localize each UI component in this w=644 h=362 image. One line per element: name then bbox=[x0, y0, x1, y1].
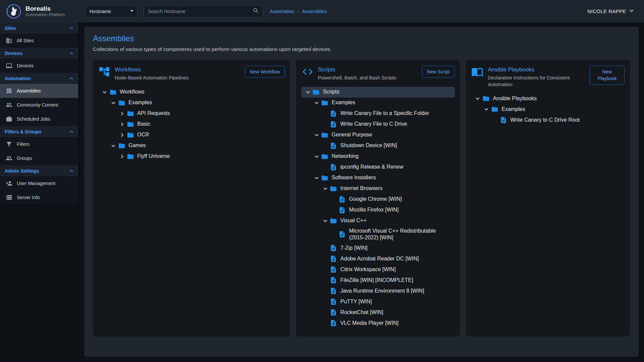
sidebar-section-admin-settings[interactable]: Admin Settings bbox=[0, 165, 78, 176]
tree-label: Visual C++ bbox=[340, 216, 367, 226]
tree-row-putty-win[interactable]: PuTTY [WIN] bbox=[301, 296, 455, 307]
card-subtitle: Declarative Instructions for Consistent … bbox=[488, 75, 585, 88]
file-icon bbox=[329, 120, 338, 128]
sidebar-item-server-info[interactable]: Server Info bbox=[0, 190, 78, 204]
file-icon bbox=[329, 319, 338, 327]
tree-row-write-canary-file-to-a-specific-folder[interactable]: Write Canary File to a Specific Folder bbox=[301, 108, 455, 119]
tree-row-examples[interactable]: Examples bbox=[301, 98, 455, 108]
file-icon bbox=[329, 287, 338, 295]
breadcrumb-assemblies[interactable]: Assemblies bbox=[302, 9, 327, 14]
tree-row-internet-browsers[interactable]: Internet Browsers bbox=[301, 183, 455, 194]
tree-row-mozilla-firefox-win[interactable]: Mozilla Firefox [WIN] bbox=[301, 205, 455, 216]
chevron-down-icon bbox=[109, 99, 117, 107]
sidebar-section-filters-groups[interactable]: Filters & Groups bbox=[0, 126, 78, 137]
tree-row-vlc-media-player-win[interactable]: VLC Media Player [WIN] bbox=[301, 318, 455, 328]
tree-row-write-canary-file-to-c-drive[interactable]: Write Canary File to C Drive bbox=[301, 119, 455, 130]
top-header: Borealis Automation Platform Hostname Au… bbox=[0, 0, 644, 22]
tree-row-filezilla-win-incomplete[interactable]: FileZilla [WIN] [INCOMPLETE] bbox=[301, 275, 455, 286]
tree-row-examples[interactable]: Examples bbox=[471, 104, 625, 115]
sidebar-item-label: User Management bbox=[17, 181, 55, 186]
file-icon bbox=[338, 206, 346, 214]
tree-row-ocr[interactable]: OCR bbox=[98, 130, 285, 140]
hostname-dropdown[interactable]: Hostname bbox=[85, 5, 138, 18]
tree-chevron-spacer bbox=[321, 120, 329, 128]
tree-row-games[interactable]: Games bbox=[98, 140, 285, 151]
sidebar-item-label: All Sites bbox=[17, 38, 34, 43]
sites-icon bbox=[6, 37, 12, 44]
tree-label: RocketChat [WIN] bbox=[340, 308, 383, 317]
new-script-button[interactable]: New Script bbox=[422, 66, 455, 78]
file-icon bbox=[329, 308, 338, 316]
sidebar-section-automation[interactable]: Automation bbox=[0, 73, 78, 84]
user-management-icon bbox=[6, 180, 12, 187]
tree-row-examples[interactable]: Examples bbox=[98, 98, 285, 108]
sidebar-section-label: Admin Settings bbox=[5, 168, 39, 174]
chevron-down-icon bbox=[474, 95, 482, 103]
tree-label: Shutdown Device [WIN] bbox=[340, 141, 397, 150]
sidebar-section-devices[interactable]: Devices bbox=[0, 48, 78, 59]
chevron-down-icon bbox=[304, 88, 312, 96]
tree-row-adobe-acrobat-reader-dc-win[interactable]: Adobe Acrobat Reader DC [WIN] bbox=[301, 253, 455, 264]
sidebar-item-filters[interactable]: Filters bbox=[0, 137, 78, 151]
tree-row-7-zip-win[interactable]: 7-Zip [WIN] bbox=[301, 243, 455, 253]
sidebar-item-assemblies[interactable]: Assemblies bbox=[0, 84, 78, 98]
user-menu[interactable]: NICOLE RAPPE bbox=[587, 7, 635, 15]
server-icon bbox=[6, 194, 12, 201]
breadcrumb: Automation › Assemblies bbox=[270, 9, 327, 14]
tree-chevron-spacer bbox=[330, 195, 338, 203]
tree-chevron-spacer bbox=[321, 287, 329, 295]
tree-row-rocketchat-win[interactable]: RocketChat [WIN] bbox=[301, 307, 455, 318]
tree-label: Networking bbox=[332, 152, 359, 161]
sidebar-section-label: Sites bbox=[5, 25, 16, 31]
breadcrumb-automation[interactable]: Automation bbox=[270, 9, 294, 14]
chevron-down-icon bbox=[313, 99, 321, 107]
hostname-dropdown-value: Hostname bbox=[90, 9, 111, 14]
tree-label: Java Runtime Environment 8 [WIN] bbox=[340, 286, 424, 296]
folder-icon bbox=[321, 99, 329, 107]
tree-chevron-spacer bbox=[491, 116, 499, 124]
sidebar-item-all-sites[interactable]: All Sites bbox=[0, 34, 78, 48]
tree-row-visual-c[interactable]: Visual C++ bbox=[301, 216, 455, 226]
chevron-down-icon bbox=[321, 217, 329, 225]
brand-subtitle: Automation Platform bbox=[25, 12, 65, 17]
chevron-right-icon bbox=[118, 110, 126, 118]
tree-row-java-runtime-environment-8-win[interactable]: Java Runtime Environment 8 [WIN] bbox=[301, 286, 455, 296]
search-input[interactable] bbox=[148, 9, 253, 14]
tree-row-write-canary-to-c-drive-root[interactable]: Write Canary to C Drive Root bbox=[471, 115, 625, 125]
sidebar-item-scheduled-jobs[interactable]: Scheduled Jobs bbox=[0, 112, 78, 126]
tree-row-ansible-playbooks[interactable]: Ansible Playbooks bbox=[471, 93, 625, 104]
chevron-right-icon bbox=[118, 131, 126, 139]
tree-row-citrix-workspace-win[interactable]: Citrix Workspace [WIN] bbox=[301, 264, 455, 275]
sidebar-item-community-content[interactable]: Community Content bbox=[0, 98, 78, 112]
tree-row-shutdown-device-win[interactable]: Shutdown Device [WIN] bbox=[301, 140, 455, 151]
new-workflow-button[interactable]: New Workflow bbox=[245, 66, 285, 78]
tree-chevron-spacer bbox=[321, 244, 329, 252]
folder-icon bbox=[126, 131, 135, 139]
page-description: Collections of various types of componen… bbox=[93, 46, 630, 52]
sidebar-item-user-management[interactable]: User Management bbox=[0, 176, 78, 190]
tree-label: Examples bbox=[128, 98, 152, 108]
chevron-up-icon bbox=[68, 50, 75, 57]
tree-row-workflows[interactable]: Workflows bbox=[98, 87, 285, 98]
tree-row-flyff-universe[interactable]: Flyff Universe bbox=[98, 151, 285, 162]
card-title: Workflows bbox=[115, 66, 240, 73]
tree-row-basic[interactable]: Basic bbox=[98, 119, 285, 130]
tree-label: Microsoft Visual C++ Redistributable (20… bbox=[349, 226, 452, 243]
tree-row-general-purpose[interactable]: General Purpose bbox=[301, 130, 455, 140]
tree-row-api-requests[interactable]: API Requests bbox=[98, 108, 285, 119]
card-header: ScriptsPowershell, Batch, and Bash Scrip… bbox=[296, 60, 460, 85]
sidebar-section-label: Filters & Groups bbox=[5, 129, 42, 134]
tree-row-microsoft-visual-c-redistributable-2015-2022-win[interactable]: Microsoft Visual C++ Redistributable (20… bbox=[301, 226, 455, 243]
tree-row-scripts[interactable]: Scripts bbox=[301, 87, 455, 98]
sidebar-item-devices[interactable]: Devices bbox=[0, 59, 78, 73]
tree-row-networking[interactable]: Networking bbox=[301, 151, 455, 162]
tree-row-google-chrome-win[interactable]: Google Chrome [WIN] bbox=[301, 194, 455, 205]
tree-row-software-installers[interactable]: Software Installers bbox=[301, 173, 455, 183]
tree-row-ipconfig-release-renew[interactable]: ipconfig Release & Renew bbox=[301, 162, 455, 173]
new-playbook-button[interactable]: New Playbook bbox=[590, 66, 625, 85]
community-icon bbox=[6, 102, 12, 108]
scheduled-jobs-icon bbox=[6, 116, 12, 122]
tree-label: Examples bbox=[501, 105, 525, 114]
sidebar-section-sites[interactable]: Sites bbox=[0, 22, 78, 34]
sidebar-item-groups[interactable]: Groups bbox=[0, 151, 78, 165]
